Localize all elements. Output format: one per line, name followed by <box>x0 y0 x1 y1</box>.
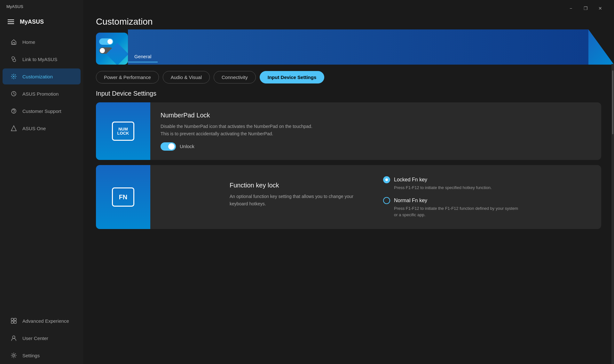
sidebar-label-advanced: Advanced Experience <box>22 318 69 324</box>
filter-bar: Power & Performance Audio & Visual Conne… <box>83 65 614 90</box>
radio-normal-fn-label: Normal Fn key <box>394 198 427 203</box>
sidebar-item-asus-one[interactable]: ASUS One <box>3 120 81 136</box>
filter-input-device-settings[interactable]: Input Device Settings <box>260 71 325 83</box>
sidebar-nav: Home Link to MyASUS Custom <box>0 31 83 364</box>
promotion-icon <box>10 90 17 97</box>
sidebar-label-link: Link to MyASUS <box>22 57 57 62</box>
sidebar-item-home[interactable]: Home <box>3 34 81 50</box>
sidebar-label-home: Home <box>22 39 35 45</box>
numberpad-toggle-row: Unlock <box>161 142 591 151</box>
radio-locked-fn-label: Locked Fn key <box>394 177 427 183</box>
filter-connectivity[interactable]: Connectivity <box>214 71 256 83</box>
numberpad-icon-area: NUM LOCK <box>96 102 150 160</box>
banner-image <box>96 33 128 65</box>
page-header: Customization <box>83 13 614 27</box>
svg-point-8 <box>12 336 15 338</box>
svg-rect-7 <box>14 321 16 323</box>
page-title: Customization <box>96 13 601 27</box>
sidebar-label-support: Customer Support <box>22 108 61 114</box>
close-button[interactable]: ✕ <box>593 3 608 13</box>
settings-icon <box>10 352 17 359</box>
scrollbar-thumb <box>612 70 613 134</box>
filter-power-performance[interactable]: Power & Performance <box>96 71 159 83</box>
sidebar-item-user-center[interactable]: User Center <box>3 330 81 346</box>
numberpad-toggle[interactable] <box>161 142 176 151</box>
main-content: − ❐ ✕ Customization General <box>83 0 614 364</box>
numberpad-description: Disable the NumberPad icon that activate… <box>161 123 314 137</box>
home-icon <box>10 38 17 45</box>
sidebar-item-advanced-experience[interactable]: Advanced Experience <box>3 313 81 329</box>
numberpad-title: NumberPad Lock <box>161 112 591 119</box>
sidebar-item-link-to-myasus[interactable]: Link to MyASUS <box>3 51 81 67</box>
fn-key-icon: FN <box>112 187 134 207</box>
sidebar-header: MyASUS <box>0 13 83 31</box>
svg-rect-5 <box>14 318 16 320</box>
radio-locked-fn-circle[interactable] <box>383 176 390 183</box>
user-icon <box>10 335 17 342</box>
banner-toggle-1 <box>99 38 113 45</box>
app-name: MyASUS <box>6 4 23 9</box>
sidebar: MyASUS MyASUS Home <box>0 0 83 364</box>
function-card-content: Function key lock An optional function k… <box>150 165 601 229</box>
radio-normal-fn: Normal Fn key Press F1-F12 to initiate t… <box>383 197 522 218</box>
sidebar-label-settings: Settings <box>22 353 40 358</box>
radio-locked-fn: Locked Fn key Press F1-F12 to initiate t… <box>383 176 522 191</box>
sidebar-item-customer-support[interactable]: Customer Support <box>3 103 81 119</box>
radio-locked-fn-row[interactable]: Locked Fn key <box>383 176 522 183</box>
asus-one-icon <box>10 125 17 132</box>
function-description: An optional function key setting that al… <box>230 193 358 207</box>
window-controls: − ❐ ✕ <box>563 3 608 13</box>
radio-normal-fn-circle[interactable] <box>383 197 390 204</box>
sidebar-item-asus-promotion[interactable]: ASUS Promotion <box>3 86 81 102</box>
svg-rect-6 <box>11 321 13 323</box>
radio-locked-fn-desc: Press F1-F12 to initiate the specified h… <box>394 185 522 191</box>
function-icon-area: FN <box>96 165 150 229</box>
link-icon <box>10 56 17 63</box>
svg-point-9 <box>13 354 15 356</box>
numberpad-lock-card: NUM LOCK NumberPad Lock Disable the Numb… <box>96 102 601 160</box>
minimize-button[interactable]: − <box>563 3 578 13</box>
app-titlebar: MyASUS <box>0 0 83 13</box>
numberpad-card-content: NumberPad Lock Disable the NumberPad ico… <box>150 102 601 160</box>
numberpad-toggle-label: Unlock <box>180 144 194 149</box>
numlock-icon: NUM LOCK <box>112 122 134 141</box>
svg-rect-4 <box>11 318 13 320</box>
function-title: Function key lock <box>230 182 358 189</box>
radio-options: Locked Fn key Press F1-F12 to initiate t… <box>383 176 522 218</box>
function-key-lock-card: FN Function key lock An optional functio… <box>96 165 601 229</box>
tab-general[interactable]: General <box>128 51 158 62</box>
tabs-row: General <box>128 49 588 65</box>
content-area: NUM LOCK NumberPad Lock Disable the Numb… <box>83 102 614 364</box>
customization-icon <box>10 73 17 80</box>
filter-audio-visual[interactable]: Audio & Visual <box>163 71 210 83</box>
radio-normal-fn-row[interactable]: Normal Fn key <box>383 197 522 204</box>
advanced-icon <box>10 317 17 324</box>
scrollbar[interactable] <box>611 64 614 364</box>
section-title: Input Device Settings <box>83 90 614 102</box>
sidebar-label-promotion: ASUS Promotion <box>22 91 59 97</box>
support-icon <box>10 107 17 115</box>
svg-rect-0 <box>13 43 15 44</box>
sidebar-item-settings[interactable]: Settings <box>3 347 81 363</box>
sidebar-app-name: MyASUS <box>20 19 44 25</box>
sidebar-label-user-center: User Center <box>22 336 48 341</box>
sidebar-label-customization: Customization <box>22 74 53 79</box>
radio-normal-fn-desc: Press F1-F12 to initiate the F1-F12 func… <box>394 205 522 218</box>
sidebar-item-customization[interactable]: Customization <box>3 68 81 84</box>
maximize-button[interactable]: ❐ <box>578 3 593 13</box>
svg-point-1 <box>13 76 14 77</box>
hamburger-icon[interactable] <box>8 20 14 24</box>
sidebar-label-asus-one: ASUS One <box>22 126 46 131</box>
